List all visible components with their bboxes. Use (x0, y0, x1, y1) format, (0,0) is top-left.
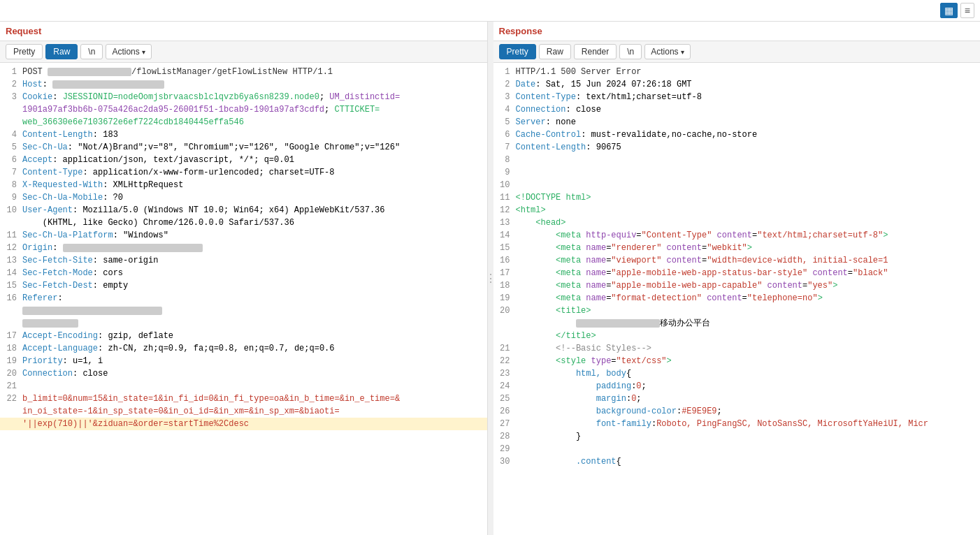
response-line-30: 30 .content{ (493, 455, 981, 468)
request-line-16: 16 Referer: (0, 292, 487, 305)
response-line-20: 20 <title> (493, 305, 981, 317)
request-line-9: 9 Sec-Ch-Ua-Mobile: ?0 (0, 191, 487, 204)
request-line-10b: (KHTML, like Gecko) Chrome/126.0.0.0 Saf… (0, 217, 487, 229)
response-line-title: 移动办公平台 (493, 317, 981, 330)
response-title: Response (493, 22, 981, 41)
response-raw-tab[interactable]: Raw (539, 44, 571, 59)
list-view-button[interactable]: ≡ (960, 3, 974, 18)
response-code-area[interactable]: 1 HTTP/1.1 500 Server Error 2 Date: Sat,… (493, 63, 981, 535)
request-line-19: 19 Priority: u=1, i (0, 355, 487, 367)
response-line-24: 24 padding:0; (493, 380, 981, 393)
request-code-area[interactable]: 1 POST /flowListManager/getFlowListNew H… (0, 63, 487, 535)
response-line-22: 22 <style type="text/css"> (493, 355, 981, 367)
response-backslashn-tab[interactable]: \n (619, 44, 642, 59)
response-line-21: 21 <!--Basic Styles--> (493, 342, 981, 355)
request-line-10: 10 User-Agent: Mozilla/5.0 (Windows NT 1… (0, 204, 487, 217)
response-line-17: 17 <meta name="apple-mobile-web-app-stat… (493, 267, 981, 279)
request-line-4: 4 Content-Length: 183 (0, 129, 487, 141)
response-line-15: 15 <meta name="renderer" content="webkit… (493, 242, 981, 254)
response-line-1: 1 HTTP/1.1 500 Server Error (493, 66, 981, 78)
response-line-9: 9 (493, 166, 981, 179)
response-line-11: 11 <!DOCTYPE html> (493, 191, 981, 204)
response-line-close-title: </title> (493, 330, 981, 342)
response-pretty-tab[interactable]: Pretty (499, 44, 536, 59)
response-line-23: 23 html, body{ (493, 367, 981, 380)
response-line-18: 18 <meta name="apple-mobile-web-app-capa… (493, 279, 981, 292)
response-actions-chevron: ▾ (681, 48, 684, 56)
request-line-5: 5 Sec-Ch-Ua: "Not/A)Brand";v="8", "Chrom… (0, 141, 487, 154)
request-raw-tab[interactable]: Raw (45, 44, 78, 59)
request-line-12: 12 Origin: (0, 242, 487, 254)
response-line-28: 28 } (493, 430, 981, 443)
response-line-10: 10 (493, 179, 981, 191)
request-line-8: 8 X-Requested-With: XMLHttpRequest (0, 179, 487, 191)
response-line-5: 5 Server: none (493, 116, 981, 129)
request-actions-chevron: ▾ (142, 48, 145, 56)
request-line-17: 17 Accept-Encoding: gzip, deflate (0, 330, 487, 342)
request-toolbar: Pretty Raw \n Actions ▾ (0, 41, 487, 63)
request-actions-button[interactable]: Actions ▾ (106, 44, 151, 59)
response-line-25: 25 margin:0; (493, 393, 981, 405)
request-panel: Request Pretty Raw \n Actions ▾ 1 POST /… (0, 22, 488, 535)
response-line-6: 6 Cache-Control: must-revalidate,no-cach… (493, 129, 981, 141)
response-line-16: 16 <meta name="viewport" content="width=… (493, 254, 981, 267)
request-line-6: 6 Accept: application/json, text/javascr… (0, 154, 487, 166)
request-line-16b (0, 305, 487, 317)
request-line-15: 15 Sec-Fetch-Dest: empty (0, 279, 487, 292)
grid-view-button[interactable]: ▦ (940, 3, 958, 18)
request-line-20: 20 Connection: close (0, 367, 487, 380)
response-line-13: 13 <head> (493, 217, 981, 229)
response-line-2: 2 Date: Sat, 15 Jun 2024 07:26:18 GMT (493, 78, 981, 91)
request-line-13: 13 Sec-Fetch-Site: same-origin (0, 254, 487, 267)
response-line-4: 4 Connection: close (493, 103, 981, 116)
request-line-3: 3 Cookie: JSESSIONID=nodeOomjsbrvaacsblc… (0, 91, 487, 103)
request-line-22c: '||exp(710)||'&ziduan=&order=startTime%2… (0, 418, 487, 430)
response-toolbar: Pretty Raw Render \n Actions ▾ (493, 41, 981, 63)
request-line-7: 7 Content-Type: application/x-www-form-u… (0, 166, 487, 179)
response-line-29: 29 (493, 443, 981, 455)
request-line-2: 2 Host: (0, 78, 487, 91)
response-line-19: 19 <meta name="format-detection" content… (493, 292, 981, 305)
response-actions-button[interactable]: Actions ▾ (644, 44, 690, 59)
request-pretty-tab[interactable]: Pretty (6, 44, 43, 59)
response-line-12: 12 <html> (493, 204, 981, 217)
response-line-27: 27 font-family:Roboto, PingFangSC, NotoS… (493, 418, 981, 430)
request-backslashn-tab[interactable]: \n (80, 44, 103, 59)
request-line-22: 22 b_limit=0&num=15&in_state=1&in_fi_id=… (0, 393, 487, 405)
response-line-26: 26 background-color:#E9E9E9; (493, 405, 981, 418)
response-line-7: 7 Content-Length: 90675 (493, 141, 981, 154)
response-line-3: 3 Content-Type: text/html;charset=utf-8 (493, 91, 981, 103)
request-line-22b: in_oi_state=-1&in_sp_state=0&in_oi_id=&i… (0, 405, 487, 418)
request-line-1: 1 POST /flowListManager/getFlowListNew H… (0, 66, 487, 78)
request-line-3b: 1901a97af3bb6b-075a426ac2da95-26001f51-1… (0, 103, 487, 116)
request-line-21: 21 (0, 380, 487, 393)
top-bar: ▦ ≡ (0, 0, 980, 22)
request-line-3c: web_36630e6e7103672e6ef7224cdb1840445eff… (0, 116, 487, 129)
request-line-18: 18 Accept-Language: zh-CN, zh;q=0.9, fa;… (0, 342, 487, 355)
response-line-14: 14 <meta http-equiv="Content-Type" conte… (493, 229, 981, 242)
request-title: Request (0, 22, 487, 41)
request-line-11: 11 Sec-Ch-Ua-Platform: "Windows" (0, 229, 487, 242)
request-line-16c (0, 317, 487, 330)
response-panel: Response Pretty Raw Render \n Actions ▾ … (493, 22, 981, 535)
response-line-8: 8 (493, 154, 981, 166)
panels: Request Pretty Raw \n Actions ▾ 1 POST /… (0, 22, 980, 535)
panel-divider[interactable]: ⋮ (488, 22, 493, 535)
response-render-tab[interactable]: Render (574, 44, 617, 59)
request-line-14: 14 Sec-Fetch-Mode: cors (0, 267, 487, 279)
